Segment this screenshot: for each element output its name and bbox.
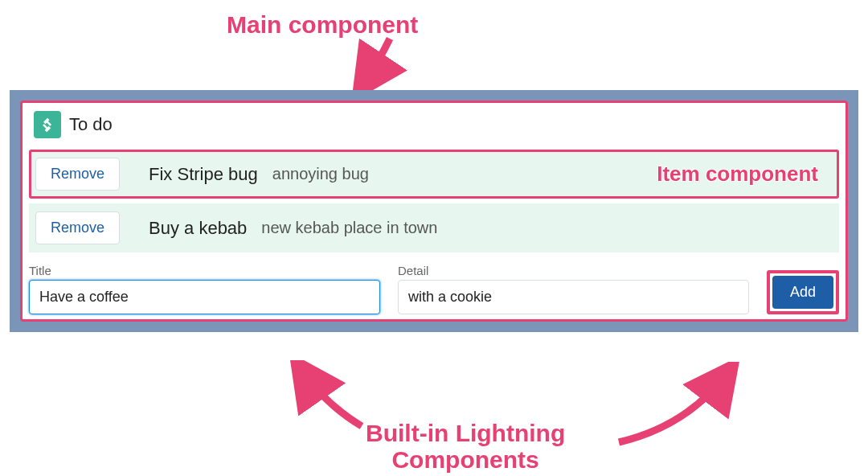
add-button[interactable]: Add — [772, 276, 833, 309]
arrow-top — [346, 32, 410, 96]
items-list: RemoveFix Stripe bugannoying bugItem com… — [23, 150, 845, 261]
remove-button[interactable]: Remove — [35, 211, 120, 244]
item-title: Fix Stripe bug — [149, 164, 258, 185]
item-detail: new kebab place in town — [261, 219, 437, 237]
detail-label: Detail — [398, 264, 749, 277]
frame-bg: To do RemoveFix Stripe bugannoying bugIt… — [10, 90, 858, 332]
item-wrap: RemoveBuy a kebabnew kebab place in town — [29, 203, 839, 252]
annotation-builtin: Built-in LightningComponents — [366, 420, 565, 473]
form-row: Title Detail Add — [23, 261, 845, 319]
item-detail: annoying bug — [272, 165, 369, 183]
item-wrap: RemoveFix Stripe bugannoying bugItem com… — [29, 150, 839, 199]
arrow-bottom-right — [611, 362, 747, 450]
item-component: RemoveFix Stripe bugannoying bugItem com… — [29, 150, 839, 199]
remove-button[interactable]: Remove — [35, 158, 120, 191]
title-field: Title — [29, 264, 380, 314]
annotation-item: Item component — [657, 162, 818, 187]
card-title: To do — [69, 114, 113, 135]
detail-field: Detail — [398, 264, 749, 314]
title-label: Title — [29, 264, 380, 277]
add-button-highlight: Add — [767, 270, 839, 314]
main-component: To do RemoveFix Stripe bugannoying bugIt… — [20, 101, 848, 322]
title-input[interactable] — [29, 280, 380, 314]
item-component: RemoveBuy a kebabnew kebab place in town — [29, 203, 839, 252]
card-header: To do — [23, 103, 845, 145]
handshake-icon — [34, 111, 61, 138]
annotation-main: Main component — [227, 11, 418, 38]
item-title: Buy a kebab — [149, 218, 247, 239]
detail-input[interactable] — [398, 280, 749, 314]
